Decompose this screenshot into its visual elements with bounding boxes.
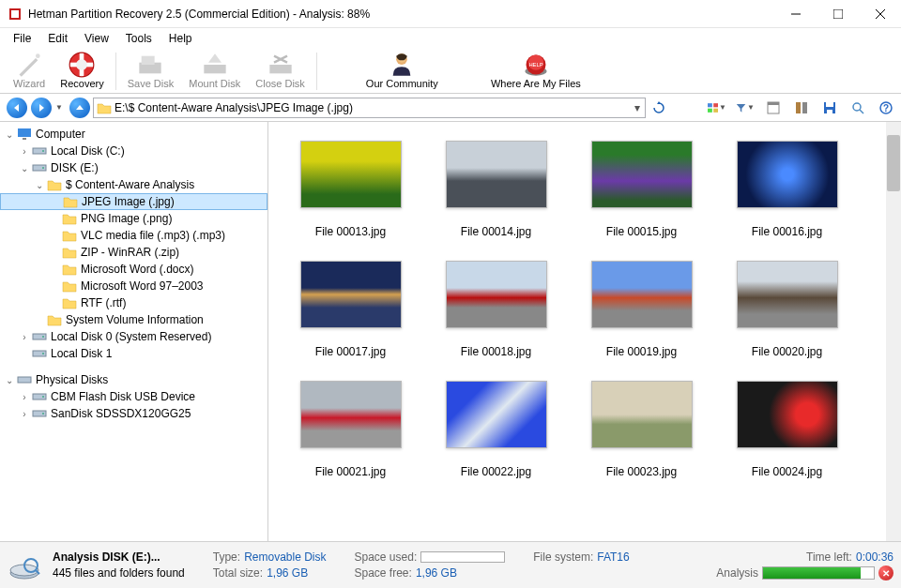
file-item[interactable]: File 00023.jpg (569, 381, 714, 478)
tree-label: Local Disk 0 (System Reserved) (49, 330, 211, 343)
save-disk-button[interactable]: Save Disk (120, 51, 182, 91)
back-button[interactable] (6, 97, 28, 119)
file-item[interactable]: File 00020.jpg (714, 261, 860, 358)
menu-file[interactable]: File (6, 30, 38, 47)
tree-item[interactable]: ›Local Disk 0 (System Reserved) (0, 328, 267, 345)
tree-item[interactable]: JPEG Image (.jpg) (0, 193, 267, 210)
tree-physical-disks[interactable]: ⌄ Physical Disks (0, 371, 267, 388)
up-button[interactable] (69, 97, 91, 119)
forward-button[interactable] (30, 97, 53, 119)
tree-item[interactable]: ⌄DISK (E:) (0, 159, 267, 176)
tree-label: VLC media file (.mp3) (.mp3) (79, 229, 225, 242)
file-item[interactable]: File 00013.jpg (278, 141, 423, 238)
vertical-scrollbar[interactable] (886, 122, 901, 541)
twisty-icon[interactable]: ⌄ (4, 129, 15, 140)
file-name: File 00019.jpg (606, 345, 677, 358)
twisty-icon[interactable]: › (19, 392, 30, 402)
address-dropdown[interactable]: ▾ (630, 101, 645, 114)
menu-tools[interactable]: Tools (118, 30, 160, 47)
file-item[interactable]: File 00015.jpg (569, 141, 714, 238)
tree-item[interactable]: Microsoft Word (.docx) (0, 261, 267, 278)
tree-item[interactable]: PNG Image (.png) (0, 210, 267, 227)
tree-item[interactable]: ›SanDisk SDSSDX120GG25 (0, 405, 267, 422)
wand-icon (16, 53, 42, 77)
file-thumbnail (300, 261, 402, 328)
tree-label: $ Content-Aware Analysis (64, 178, 194, 191)
svg-rect-3 (833, 9, 843, 19)
view-mode-button[interactable]: ▼ (708, 98, 726, 117)
save-button[interactable] (820, 98, 839, 117)
file-item[interactable]: File 00014.jpg (423, 141, 569, 238)
file-item[interactable]: File 00022.jpg (423, 381, 569, 478)
tree-item[interactable]: VLC media file (.mp3) (.mp3) (0, 227, 267, 244)
tree-computer[interactable]: ⌄ Computer (0, 126, 267, 143)
preview-button[interactable] (764, 98, 783, 117)
file-item[interactable]: File 00018.jpg (423, 261, 569, 358)
file-item[interactable]: File 00024.jpg (714, 381, 860, 478)
search-button[interactable] (848, 98, 867, 117)
twisty-icon[interactable]: ⌄ (34, 180, 45, 190)
folder-icon (62, 211, 77, 226)
file-item[interactable]: File 00019.jpg (569, 261, 714, 358)
svg-rect-28 (713, 108, 718, 112)
close-disk-button[interactable]: Close Disk (248, 51, 313, 91)
tree-item[interactable]: RTF (.rtf) (0, 294, 267, 311)
folder-icon (62, 295, 77, 310)
save-disk-icon (137, 53, 163, 77)
minimize-button[interactable] (774, 0, 817, 28)
tree-label: CBM Flash Disk USB Device (49, 390, 195, 403)
options-button[interactable] (792, 98, 811, 117)
svg-rect-15 (204, 65, 225, 73)
tree-item[interactable]: ZIP - WinRAR (.zip) (0, 244, 267, 261)
wizard-button[interactable]: Wizard (6, 51, 53, 91)
filter-button[interactable]: ▼ (736, 98, 755, 117)
history-dropdown[interactable]: ▼ (55, 103, 67, 112)
file-thumbnail (591, 141, 693, 208)
tree-item[interactable]: Local Disk 1 (0, 345, 267, 362)
recovery-button[interactable]: Recovery (53, 51, 111, 91)
menu-edit[interactable]: Edit (40, 30, 75, 47)
svg-rect-30 (768, 102, 779, 105)
tree-item[interactable]: ⌄$ Content-Aware Analysis (0, 176, 267, 193)
svg-rect-50 (18, 377, 31, 383)
disk-icon (32, 160, 47, 175)
menu-help[interactable]: Help (161, 30, 200, 47)
help-button[interactable]: ? (877, 98, 895, 117)
scrollbar-thumb[interactable] (887, 135, 900, 191)
tree-label: DISK (E:) (49, 161, 99, 174)
close-button[interactable] (859, 0, 901, 28)
folder-icon (62, 279, 77, 294)
address-bar[interactable]: ▾ (93, 98, 646, 118)
twisty-icon[interactable]: › (19, 332, 30, 342)
folder-tree[interactable]: ⌄ Computer ›Local Disk (C:)⌄DISK (E:)⌄$ … (0, 122, 268, 541)
twisty-icon[interactable]: › (19, 146, 30, 157)
folder-icon (97, 100, 112, 115)
folder-icon (62, 262, 77, 277)
tree-item[interactable]: System Volume Information (0, 311, 267, 328)
disk-icon (32, 346, 47, 361)
where-files-button[interactable]: HELP Where Are My Files (483, 51, 588, 91)
tree-item[interactable]: Microsoft Word 97–2003 (0, 278, 267, 294)
navbar: ▼ ▾ ▼ ▼ ? (0, 94, 901, 122)
tree-item[interactable]: ›CBM Flash Disk USB Device (0, 388, 267, 405)
community-button[interactable]: Our Community (359, 51, 446, 91)
refresh-button[interactable] (649, 98, 668, 118)
menu-view[interactable]: View (77, 30, 116, 47)
file-thumbnail (300, 381, 402, 448)
file-item[interactable]: File 00021.jpg (278, 381, 423, 478)
svg-point-54 (42, 413, 44, 415)
stop-analysis-button[interactable]: ✕ (878, 565, 893, 580)
twisty-icon[interactable]: › (19, 409, 30, 419)
twisty-icon[interactable]: ⌄ (4, 375, 15, 385)
file-item[interactable]: File 00017.jpg (278, 261, 423, 358)
file-name: File 00022.jpg (461, 465, 531, 478)
tree-item[interactable]: ›Local Disk (C:) (0, 143, 267, 159)
app-icon (8, 7, 23, 22)
maximize-button[interactable] (817, 0, 859, 28)
disk-icon (17, 372, 32, 387)
mount-disk-button[interactable]: Mount Disk (181, 51, 248, 91)
file-item[interactable]: File 00016.jpg (714, 141, 860, 238)
file-list[interactable]: File 00013.jpgFile 00014.jpgFile 00015.j… (268, 122, 901, 541)
address-input[interactable] (115, 101, 630, 114)
twisty-icon[interactable]: ⌄ (19, 163, 30, 173)
